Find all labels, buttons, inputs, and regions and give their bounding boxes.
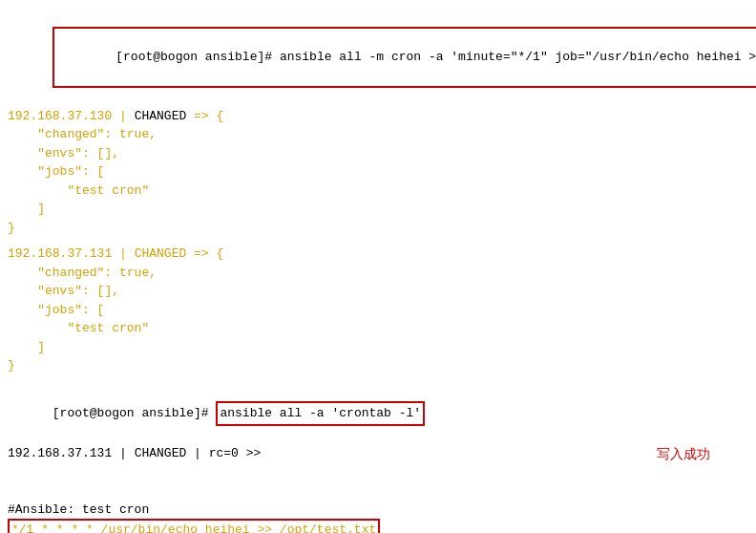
result3-status-line: 192.168.37.131 | CHANGED | rc=0 >> 写入成功 — [8, 444, 748, 501]
result3-comment: #Ansible: test cron — [8, 501, 748, 520]
prompt-2: [root@bogon ansible]# — [52, 406, 217, 420]
result2-line-6: } — [8, 356, 748, 375]
result1-line-5: ] — [8, 200, 748, 219]
result1-line-4: "test cron" — [8, 181, 748, 201]
result3-cron-line: */1 * * * * /usr/bin/echo heihei >> /opt… — [8, 519, 748, 533]
command-box-1: [root@bogon ansible]# ansible all -m cro… — [52, 27, 756, 89]
command-block-1: [root@bogon ansible]# ansible all -m cro… — [8, 8, 748, 107]
result2-status-line: 192.168.37.131 | CHANGED => { — [8, 245, 748, 264]
blank-2 — [8, 375, 748, 383]
result2-line-1: "changed": true, — [8, 264, 748, 283]
command-block-2: [root@bogon ansible]# ansible all -a 'cr… — [8, 383, 748, 445]
command-line-2: [root@bogon ansible]# ansible all -a 'cr… — [8, 383, 748, 445]
cmd-text-2: ansible all -a 'crontab -l' — [220, 406, 421, 420]
result-block-1: 192.168.37.130 | CHANGED => { "changed":… — [8, 107, 748, 238]
command-line-1: [root@bogon ansible]# ansible all -m cro… — [8, 8, 748, 107]
blank-1 — [8, 237, 748, 245]
result2-line-3: "jobs": [ — [8, 301, 748, 320]
result-block-3: 192.168.37.131 | CHANGED | rc=0 >> 写入成功 … — [8, 444, 748, 533]
result1-line-3: "jobs": [ — [8, 162, 748, 181]
prompt-1: [root@bogon ansible]# — [116, 50, 280, 64]
result2-line-4: "test cron" — [8, 319, 748, 338]
result2-line-2: "envs": [], — [8, 282, 748, 301]
cmd-text-1: ansible all -m cron -a 'minute="*/1" job… — [280, 50, 756, 64]
command-box-2: ansible all -a 'crontab -l' — [216, 401, 425, 426]
result1-line-2: "envs": [], — [8, 144, 748, 163]
result1-line-6: } — [8, 219, 748, 238]
result1-line-1: "changed": true, — [8, 125, 748, 144]
terminal: [root@bogon ansible]# ansible all -m cro… — [8, 8, 748, 533]
result3-cron: */1 * * * * /usr/bin/echo heihei >> /opt… — [8, 519, 380, 533]
result-block-2: 192.168.37.131 | CHANGED => { "changed":… — [8, 245, 748, 375]
result1-status-line: 192.168.37.130 | CHANGED => { — [8, 107, 748, 126]
result2-line-5: ] — [8, 338, 748, 357]
write-success-label: 写入成功 — [657, 444, 710, 464]
